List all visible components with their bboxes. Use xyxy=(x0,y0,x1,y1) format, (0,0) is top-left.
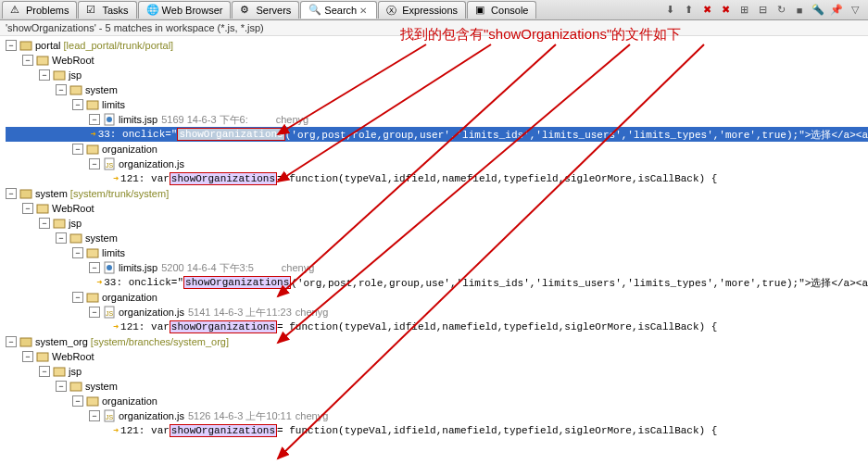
prev-match-icon[interactable]: ⬆ xyxy=(681,3,696,18)
js-file-icon: JS xyxy=(102,305,117,320)
folder-icon xyxy=(85,245,100,260)
collapse-icon[interactable]: − xyxy=(39,69,50,81)
collapse-icon[interactable]: − xyxy=(72,247,83,258)
folder-icon xyxy=(52,68,67,82)
svg-point-6 xyxy=(107,117,112,122)
servers-icon: ⚙ xyxy=(240,4,253,17)
search-icon: 🔍 xyxy=(308,4,321,17)
collapse-all-icon[interactable]: ⊟ xyxy=(755,3,770,18)
project-node[interactable]: −system[system/trunk/system] xyxy=(6,186,868,201)
tab-search[interactable]: 🔍Search✕ xyxy=(300,1,377,19)
tab-problems[interactable]: ⚠Problems xyxy=(2,1,77,19)
svg-rect-22 xyxy=(54,368,65,376)
folder-node[interactable]: −organization xyxy=(6,290,868,305)
collapse-icon[interactable]: − xyxy=(39,366,50,377)
folder-node[interactable]: −WebRoot xyxy=(6,201,868,216)
folder-node[interactable]: −system xyxy=(6,379,868,394)
collapse-icon[interactable]: − xyxy=(89,158,100,169)
collapse-icon[interactable]: − xyxy=(6,188,17,199)
svg-rect-11 xyxy=(37,205,48,213)
folder-icon xyxy=(69,379,83,394)
folder-node[interactable]: −system xyxy=(6,82,868,97)
annotation-text: 找到的包含有"showOrganizations"的文件如下 xyxy=(400,26,681,44)
project-icon xyxy=(19,38,33,53)
file-node[interactable]: −JSorganization.js5141 14-6-3 上午11:23che… xyxy=(6,305,868,320)
match-arrow-icon: ➜ xyxy=(113,173,119,184)
tab-web-browser[interactable]: 🌐Web Browser xyxy=(138,1,232,19)
svg-rect-3 xyxy=(70,86,82,94)
folder-node[interactable]: −organization xyxy=(6,394,868,408)
folder-icon xyxy=(85,142,100,157)
collapse-icon[interactable]: − xyxy=(22,55,33,66)
match-arrow-icon: ➜ xyxy=(113,321,119,332)
search-match[interactable]: ➜121: var showOrganizations = function(t… xyxy=(6,423,868,438)
jsp-file-icon xyxy=(102,112,117,127)
collapse-icon[interactable]: − xyxy=(6,40,17,51)
match-highlight: showOrganizations xyxy=(177,128,284,141)
file-node[interactable]: −limits.jsp5169 14-6-3 下午6:chenyg xyxy=(6,112,868,127)
collapse-icon[interactable]: − xyxy=(89,262,100,273)
match-highlight: showOrganizations xyxy=(170,172,277,185)
close-icon[interactable]: ✕ xyxy=(359,6,369,15)
collapse-icon[interactable]: − xyxy=(56,84,67,95)
view-tabs: ⚠Problems ☑Tasks 🌐Web Browser ⚙Servers 🔍… xyxy=(0,0,868,20)
collapse-icon[interactable]: − xyxy=(39,218,50,229)
collapse-icon[interactable]: − xyxy=(22,351,33,362)
folder-node[interactable]: −jsp xyxy=(6,216,868,231)
menu-icon[interactable]: ▽ xyxy=(848,3,862,18)
svg-rect-20 xyxy=(20,338,31,346)
file-node[interactable]: −JSorganization.js5126 14-6-3 上午10:11che… xyxy=(6,408,868,423)
remove-all-icon[interactable]: ✖ xyxy=(718,3,733,18)
search-match[interactable]: ➜121: var showOrganizations = function(t… xyxy=(6,320,868,334)
collapse-icon[interactable]: − xyxy=(72,395,83,407)
folder-node[interactable]: −WebRoot xyxy=(6,349,868,364)
folder-icon xyxy=(35,349,50,364)
collapse-icon[interactable]: − xyxy=(72,292,83,303)
file-node[interactable]: −JSorganization.js xyxy=(6,157,868,171)
collapse-icon[interactable]: − xyxy=(22,203,33,214)
toolbar: ⬇ ⬆ ✖ ✖ ⊞ ⊟ ↻ ■ 🔦 📌 ▽ xyxy=(662,3,866,18)
jsp-file-icon xyxy=(102,260,117,275)
svg-text:JS: JS xyxy=(106,414,114,420)
svg-rect-0 xyxy=(20,42,31,50)
file-node[interactable]: −limits.jsp5200 14-6-4 下午3:5chenyg xyxy=(6,260,868,275)
tab-servers[interactable]: ⚙Servers xyxy=(232,1,299,19)
folder-node[interactable]: −limits xyxy=(6,97,868,112)
folder-node[interactable]: −system xyxy=(6,231,868,245)
svg-rect-17 xyxy=(87,294,98,302)
svg-rect-13 xyxy=(70,234,82,243)
folder-node[interactable]: −organization xyxy=(6,142,868,157)
folder-node[interactable]: −jsp xyxy=(6,68,868,82)
expressions-icon: ⓧ xyxy=(386,4,399,17)
collapse-icon[interactable]: − xyxy=(89,114,100,125)
history-icon[interactable]: 🔦 xyxy=(811,3,825,18)
search-match[interactable]: ➜33: onclick="showOrganizations('org,pos… xyxy=(6,275,868,290)
tab-console[interactable]: ▣Console xyxy=(467,1,536,19)
problems-icon: ⚠ xyxy=(10,4,23,17)
collapse-icon[interactable]: − xyxy=(89,307,100,318)
remove-match-icon[interactable]: ✖ xyxy=(699,3,714,18)
search-match[interactable]: ➜121: var showOrganizations = function(t… xyxy=(6,171,868,186)
project-node[interactable]: −system_org[system/branches/system_org] xyxy=(6,334,868,349)
folder-node[interactable]: −jsp xyxy=(6,364,868,379)
collapse-icon[interactable]: − xyxy=(72,144,83,155)
collapse-icon[interactable]: − xyxy=(6,336,17,347)
collapse-icon[interactable]: − xyxy=(72,99,83,110)
search-match[interactable]: ➜33: onclick="showOrganizations('org,pos… xyxy=(6,127,868,142)
folder-node[interactable]: −limits xyxy=(6,245,868,260)
match-highlight: showOrganizations xyxy=(170,320,277,333)
tab-tasks[interactable]: ☑Tasks xyxy=(78,1,136,19)
svg-text:JS: JS xyxy=(106,162,114,169)
run-again-icon[interactable]: ↻ xyxy=(774,3,788,18)
collapse-icon[interactable]: − xyxy=(56,381,67,392)
svg-rect-4 xyxy=(87,101,98,109)
expand-all-icon[interactable]: ⊞ xyxy=(736,3,751,18)
collapse-icon[interactable]: − xyxy=(56,232,67,244)
collapse-icon[interactable]: − xyxy=(89,410,100,421)
svg-rect-1 xyxy=(37,56,48,65)
tab-expressions[interactable]: ⓧExpressions xyxy=(378,1,466,19)
stop-icon[interactable]: ■ xyxy=(792,3,807,18)
folder-node[interactable]: −WebRoot xyxy=(6,53,868,68)
pin-icon[interactable]: 📌 xyxy=(829,3,844,18)
next-match-icon[interactable]: ⬇ xyxy=(662,3,677,18)
